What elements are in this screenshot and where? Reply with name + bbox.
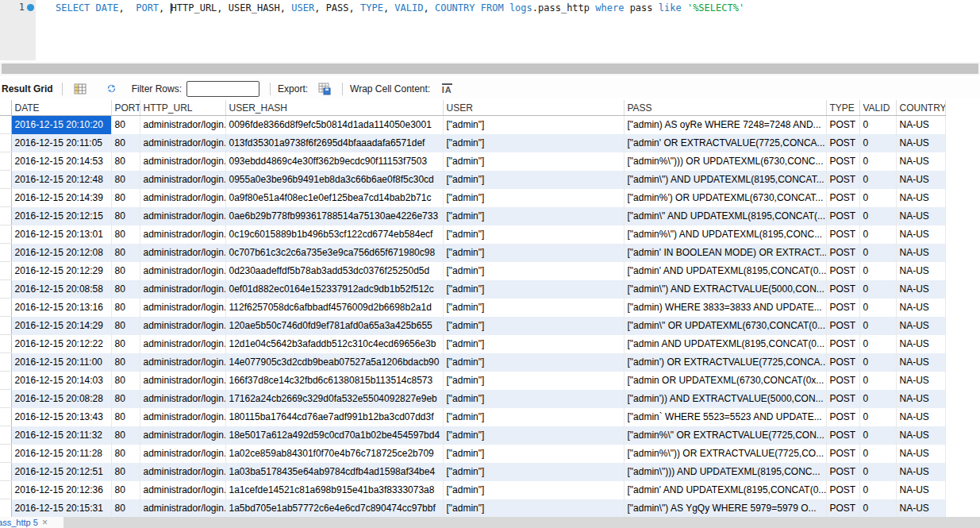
row-selector[interactable] [0,189,11,207]
cell-country[interactable]: NA-US [896,207,945,225]
cell-port[interactable]: 80 [111,445,140,463]
cell-user_hash[interactable]: 0ef01d882ec0164e152337912adc9db1b52f512c [225,280,443,299]
cell-http_url[interactable]: administrador/login.php [140,353,225,372]
cell-port[interactable]: 80 [111,372,140,390]
cell-date[interactable]: 2016-12-15 20:14:29 [11,317,111,335]
cell-country[interactable]: NA-US [896,426,945,445]
cell-pass[interactable]: ["admin%') OR UPDATEXML(6730,CONCAT... [624,189,826,207]
cell-user_hash[interactable]: 1a1cefde14521c81a698b915e41ba3f8333073a8 [225,481,443,499]
cell-country[interactable]: NA-US [896,408,945,426]
cell-pass[interactable]: ["admin) WHERE 3833=3833 AND UPDATE... [624,299,826,317]
column-header-port[interactable]: PORT [111,100,140,116]
cell-country[interactable]: NA-US [896,171,945,189]
cell-port[interactable]: 80 [111,353,140,372]
cell-pass[interactable]: ["admin\"))) AND UPDATEXML(8195,CONC... [624,463,826,481]
cell-http_url[interactable]: administrador/login.php [140,463,225,481]
cell-port[interactable]: 80 [111,335,140,353]
cell-valid[interactable]: 0 [859,353,896,372]
row-selector[interactable] [0,445,11,463]
row-selector[interactable] [0,499,11,518]
cell-date[interactable]: 2016-12-15 20:08:28 [11,390,111,408]
cell-user[interactable]: ["admin"] [443,426,624,445]
export-button[interactable] [316,81,333,97]
cell-port[interactable]: 80 [111,499,140,518]
row-selector[interactable] [0,262,11,280]
cell-valid[interactable]: 0 [859,134,896,152]
cell-country[interactable]: NA-US [896,225,945,244]
cell-pass[interactable]: ["admin%\"))) OR UPDATEXML(6730,CONC... [624,152,826,171]
cell-type[interactable]: POST [826,445,859,463]
cell-http_url[interactable]: administrador/login.php [140,280,225,299]
corner-header-cell[interactable] [0,100,11,116]
cell-user[interactable]: ["admin"] [443,189,624,207]
cell-http_url[interactable]: administrador/login.php [140,481,225,499]
cell-pass[interactable]: ["admin' AND UPDATEXML(8195,CONCAT(0... [624,481,826,499]
cell-date[interactable]: 2016-12-15 20:10:20 [11,116,111,134]
cell-valid[interactable]: 0 [859,152,896,171]
cell-type[interactable]: POST [826,353,859,372]
cell-type[interactable]: POST [826,280,859,299]
cell-user_hash[interactable]: 0c19c6015889b1b496b53cf122cd6774eb584ecf [225,225,443,244]
cell-http_url[interactable]: administrador/login.php [140,225,225,244]
column-header-valid[interactable]: VALID [859,100,896,116]
cell-http_url[interactable]: administrador/login.php [140,390,225,408]
cell-http_url[interactable]: administrador/login.php [140,152,225,171]
cell-type[interactable]: POST [826,408,859,426]
cell-valid[interactable]: 0 [859,463,896,481]
cell-type[interactable]: POST [826,335,859,353]
cell-user_hash[interactable]: 14e077905c3d2cdb9beab07527a5a1206bdacb90 [225,353,443,372]
cell-user[interactable]: ["admin"] [443,317,624,335]
cell-user_hash[interactable]: 0096fde8366d8f9efc5b0814d1ada114050e3001 [225,116,443,134]
column-header-user_hash[interactable]: USER_HASH [225,100,443,116]
cell-port[interactable]: 80 [111,262,140,280]
cell-type[interactable]: POST [826,189,859,207]
cell-http_url[interactable]: administrador/login.php [140,499,225,518]
row-selector[interactable] [0,335,11,353]
sql-editor[interactable]: 1 SELECT DATE, PORT, HTTP_URL, USER_HASH… [0,0,980,60]
cell-type[interactable]: POST [826,244,859,262]
cell-http_url[interactable]: administrador/login.php [140,426,225,445]
row-selector[interactable] [0,116,11,134]
row-selector[interactable] [0,171,11,189]
row-selector[interactable] [0,426,11,445]
row-selector[interactable] [0,134,11,152]
cell-http_url[interactable]: administrador/login.php [140,445,225,463]
row-selector[interactable] [0,244,11,262]
cell-port[interactable]: 80 [111,481,140,499]
row-selector[interactable] [0,353,11,372]
cell-user[interactable]: ["admin"] [443,463,624,481]
cell-country[interactable]: NA-US [896,116,945,134]
cell-country[interactable]: NA-US [896,481,945,499]
sql-code[interactable]: SELECT DATE, PORT, HTTP_URL, USER_HASH, … [36,0,980,17]
column-header-country[interactable]: COUNTRY [896,100,945,116]
cell-type[interactable]: POST [826,116,859,134]
cell-user_hash[interactable]: 0c707b61c3c2c6a735e3e9ca756d65f671980c98 [225,244,443,262]
cell-valid[interactable]: 0 [859,225,896,244]
cell-user_hash[interactable]: 0a9f80e51a4f08ec1e0ef125bea7cd14bab2b71c [225,189,443,207]
cell-date[interactable]: 2016-12-15 20:12:08 [11,244,111,262]
row-selector[interactable] [0,225,11,244]
cell-port[interactable]: 80 [111,171,140,189]
cell-user_hash[interactable]: 093ebdd4869c4e30ff362b9ecdc90f11153f7503 [225,152,443,171]
cell-country[interactable]: NA-US [896,134,945,152]
cell-pass[interactable]: ["admin%\" OR EXTRACTVALUE(7725,CON... [624,426,826,445]
cell-date[interactable]: 2016-12-15 20:13:16 [11,299,111,317]
cell-user_hash[interactable]: 1a5bd705e1ab57772c6e4e6cd7c890474cc97bbf [225,499,443,518]
cell-user_hash[interactable]: 180115ba17644cd76ae7adf991b12ba3cd07dd3f [225,408,443,426]
cell-pass[interactable]: ["admin')) AND EXTRACTVALUE(5000,CON... [624,390,826,408]
cell-date[interactable]: 2016-12-15 20:13:43 [11,408,111,426]
cell-user[interactable]: ["admin"] [443,134,624,152]
cell-valid[interactable]: 0 [859,408,896,426]
cell-country[interactable]: NA-US [896,244,945,262]
cell-valid[interactable]: 0 [859,426,896,445]
cell-valid[interactable]: 0 [859,317,896,335]
cell-port[interactable]: 80 [111,390,140,408]
cell-http_url[interactable]: administrador/login.php [140,189,225,207]
cell-pass[interactable]: ["admin OR UPDATEXML(6730,CONCAT(0x... [624,372,826,390]
close-icon[interactable]: × [42,518,48,526]
cell-pass[interactable]: ["admin` WHERE 5523=5523 AND UPDATE... [624,408,826,426]
cell-country[interactable]: NA-US [896,353,945,372]
editor-hscrollbar-thumb[interactable] [2,64,978,74]
cell-country[interactable]: NA-US [896,499,945,518]
cell-user_hash[interactable]: 1a03ba5178435e64ab9784cdfb4ad1598af34be4 [225,463,443,481]
